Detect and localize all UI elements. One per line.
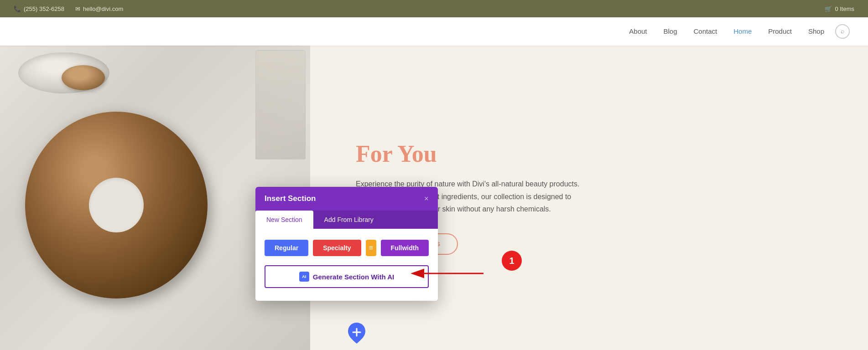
ai-button-label: Generate Section With AI bbox=[313, 273, 395, 281]
divi-add-section-button[interactable] bbox=[344, 321, 369, 345]
insert-section-modal: Insert Section × New Section Add From Li… bbox=[255, 187, 438, 301]
email-icon: ✉ bbox=[75, 5, 80, 12]
nav-item-contact[interactable]: Contact bbox=[694, 27, 717, 36]
nav-item-home[interactable]: Home bbox=[733, 27, 752, 36]
modal-tabs: New Section Add From Library bbox=[255, 211, 438, 229]
tab-new-section[interactable]: New Section bbox=[255, 211, 313, 229]
top-bar: 📞 (255) 352-6258 ✉ hello@divi.com 🛒 0 It… bbox=[0, 0, 868, 17]
email-item: ✉ hello@divi.com bbox=[75, 5, 123, 12]
nav-link-contact[interactable]: Contact bbox=[694, 27, 717, 35]
search-icon: ⌕ bbox=[841, 28, 844, 35]
ai-generate-button[interactable]: AI Generate Section With AI bbox=[265, 265, 429, 288]
hero-section: For You Experience the purity of nature … bbox=[0, 46, 868, 350]
phone-icon: 📞 bbox=[14, 5, 21, 12]
nav-link-shop[interactable]: Shop bbox=[808, 27, 824, 35]
nav-link-home[interactable]: Home bbox=[733, 27, 752, 35]
nav-link-blog[interactable]: Blog bbox=[664, 27, 677, 35]
section-type-buttons: Regular Specialty ≡ Fullwidth bbox=[265, 240, 429, 256]
modal-close-button[interactable]: × bbox=[424, 195, 429, 203]
top-bar-left: 📞 (255) 352-6258 ✉ hello@divi.com bbox=[14, 5, 123, 12]
ai-icon-text: AI bbox=[302, 274, 306, 279]
cart-area[interactable]: 🛒 0 Items bbox=[825, 5, 854, 12]
specialty-icon-button[interactable]: ≡ bbox=[366, 240, 376, 256]
nav-bar: About Blog Contact Home Product Shop ⌕ bbox=[0, 17, 868, 46]
nav-item-blog[interactable]: Blog bbox=[664, 27, 677, 36]
specialty-icon-symbol: ≡ bbox=[369, 244, 373, 252]
fullwidth-section-button[interactable]: Fullwidth bbox=[381, 240, 429, 256]
nav-link-product[interactable]: Product bbox=[768, 27, 792, 35]
specialty-section-button[interactable]: Specialty bbox=[313, 240, 361, 256]
regular-section-button[interactable]: Regular bbox=[265, 240, 308, 256]
wood-disc bbox=[25, 112, 208, 299]
nav-links: About Blog Contact Home Product Shop bbox=[629, 27, 824, 36]
phone-number: (255) 352-6258 bbox=[24, 5, 64, 12]
glass-decoration bbox=[255, 50, 306, 160]
email-address: hello@divi.com bbox=[83, 5, 123, 12]
cart-count: 0 Items bbox=[835, 5, 854, 12]
nav-link-about[interactable]: About bbox=[629, 27, 647, 35]
phone-item: 📞 (255) 352-6258 bbox=[14, 5, 64, 12]
modal-header: Insert Section × bbox=[255, 187, 438, 211]
nav-item-about[interactable]: About bbox=[629, 27, 647, 36]
ai-icon: AI bbox=[299, 272, 309, 282]
cart-icon: 🛒 bbox=[825, 5, 832, 12]
bowl-decoration bbox=[18, 52, 109, 98]
hero-title: For You bbox=[356, 141, 832, 167]
search-button[interactable]: ⌕ bbox=[835, 24, 850, 39]
modal-body: Regular Specialty ≡ Fullwidth AI Generat… bbox=[255, 229, 438, 301]
nav-item-product[interactable]: Product bbox=[768, 27, 792, 36]
tab-add-from-library[interactable]: Add From Library bbox=[313, 211, 385, 229]
modal-title: Insert Section bbox=[265, 194, 316, 203]
nav-item-shop[interactable]: Shop bbox=[808, 27, 824, 36]
